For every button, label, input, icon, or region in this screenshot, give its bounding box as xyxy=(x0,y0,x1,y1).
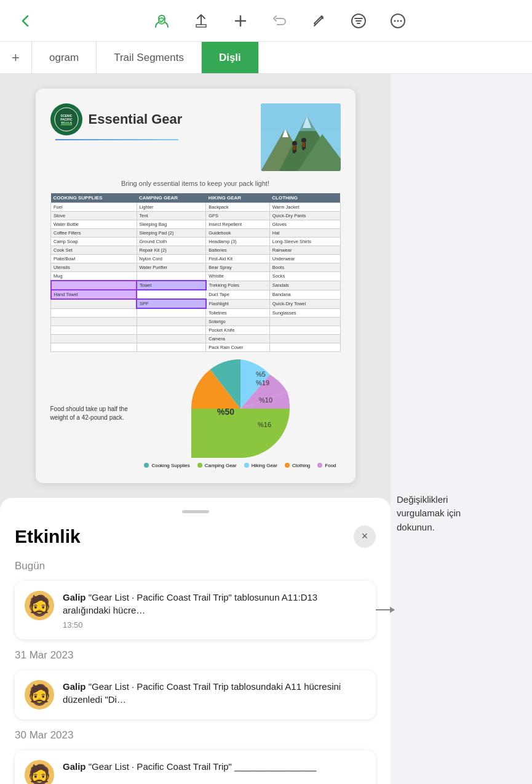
collaborate-button[interactable] xyxy=(148,7,175,34)
table-cell: Water Bottle xyxy=(51,220,137,229)
svg-rect-27 xyxy=(302,142,305,147)
table-cell: Water Purifier xyxy=(137,263,206,272)
toolbar xyxy=(0,0,532,42)
legend-food: Food xyxy=(317,463,336,468)
table-cell xyxy=(137,290,206,299)
table-cell xyxy=(51,308,137,317)
table-cell: Pocket Knife xyxy=(206,326,269,334)
header-photo xyxy=(261,103,341,171)
table-cell: Cook Set xyxy=(51,246,137,255)
drag-handle[interactable] xyxy=(182,510,209,513)
avatar-1: 🧔 xyxy=(25,591,54,620)
table-cell: Stove xyxy=(51,212,137,220)
legend-cooking-dot xyxy=(144,463,149,468)
section-date-2-label: 30 Mar 2023 xyxy=(15,729,376,742)
spreadsheet-title: Essential Gear xyxy=(89,111,183,127)
activity-text-2: Galip "Gear List · Pacific Coast Trail T… xyxy=(63,680,366,706)
table-cell: Utensils xyxy=(51,263,137,272)
table-cell: Sunglasses xyxy=(269,308,340,317)
spreadsheet-subtitle: Bring only essential items to keep your … xyxy=(50,180,341,187)
table-cell xyxy=(137,317,206,326)
table-cell: Warm Jacket xyxy=(269,203,340,212)
card-header: SCENIC PACIFIC TRAILS Essential Gear xyxy=(50,103,341,171)
filter-button[interactable] xyxy=(345,7,372,34)
activity-item-2[interactable]: 🧔 Galip "Gear List · Pacific Coast Trail… xyxy=(15,670,376,719)
table-row: Solarigo xyxy=(51,317,341,326)
pen-tool-button[interactable] xyxy=(306,7,333,34)
table-row: Plate/BowlNylon CordFirst-Aid KitUnderwe… xyxy=(51,255,341,263)
table-cell: Flashlight xyxy=(206,299,269,308)
table-cell: Solarigo xyxy=(206,317,269,326)
table-cell: Duct Tape xyxy=(206,290,269,299)
table-row: MugWhistleSocks xyxy=(51,272,341,281)
table-cell: Trekking Poles xyxy=(206,281,269,290)
table-cell: Quick-Dry Pants xyxy=(269,212,340,220)
table-cell: Mug xyxy=(51,272,137,281)
table-row: Cook SetRepair Kit (2)BatteriesRainwear xyxy=(51,246,341,255)
table-cell: Sandals xyxy=(269,281,340,290)
section-today-label: Bugün xyxy=(15,560,376,572)
share-button[interactable] xyxy=(188,7,215,34)
table-cell: Sleeping Pad (2) xyxy=(137,229,206,238)
table-row: Camp SoapGround ClothHeadlamp (3)Long-Sl… xyxy=(51,238,341,246)
table-cell xyxy=(137,326,206,334)
table-cell: Pack Rain Cover xyxy=(206,343,269,351)
table-cell: Camp Soap xyxy=(51,238,137,246)
table-cell: Headlamp (3) xyxy=(206,238,269,246)
activity-item-1[interactable]: 🧔 Galip "Gear List · Pacific Coast Trail… xyxy=(15,581,376,639)
more-button[interactable] xyxy=(384,7,411,34)
table-cell: Quick-Dry Towel xyxy=(269,299,340,308)
table-cell: Gloves xyxy=(269,220,340,229)
table-cell xyxy=(137,272,206,281)
tab-disli[interactable]: Dişli xyxy=(202,42,259,73)
table-cell: Insect Repellent xyxy=(206,220,269,229)
table-cell xyxy=(269,317,340,326)
activity-item-3[interactable]: 🧔 Galip "Gear List · Pacific Coast Trail… xyxy=(15,750,376,785)
table-cell: Rainwear xyxy=(269,246,340,255)
table-cell xyxy=(51,299,137,308)
table-cell: Long-Sleeve Shirts xyxy=(269,238,340,246)
table-cell: Lighter xyxy=(137,203,206,212)
table-cell xyxy=(137,334,206,343)
table-row: Hand TowelDuct TapeBandana xyxy=(51,290,341,299)
legend-hiking-dot xyxy=(244,463,249,468)
table-cell xyxy=(51,343,137,351)
svg-text:%5: %5 xyxy=(256,370,266,378)
activity-time-1: 13:50 xyxy=(63,620,366,630)
add-button[interactable] xyxy=(227,7,254,34)
svg-rect-26 xyxy=(293,145,296,150)
svg-text:%16: %16 xyxy=(258,421,271,428)
tab-add-button[interactable]: + xyxy=(0,42,32,73)
table-cell: Backpack xyxy=(206,203,269,212)
table-cell: First-Aid Kit xyxy=(206,255,269,263)
activity-panel: Etkinlik × Bugün 🧔 Galip "Gear xyxy=(0,498,391,785)
table-cell: Whistle xyxy=(206,272,269,281)
table-row: FuelLighterBackpackWarm Jacket xyxy=(51,203,341,212)
col-hiking: HIKING GEAR xyxy=(206,193,269,203)
table-row: Pocket Knife xyxy=(51,326,341,334)
table-cell: Bandana xyxy=(269,290,340,299)
activity-content-1: Galip "Gear List · Pacific Coast Trail T… xyxy=(63,591,366,630)
back-button[interactable] xyxy=(12,7,39,34)
activity-title: Etkinlik xyxy=(15,526,81,547)
col-clothing: CLOTHING xyxy=(269,193,340,203)
svg-text:%10: %10 xyxy=(259,396,272,404)
activity-text-3: Galip "Gear List · Pacific Coast Trail T… xyxy=(63,760,366,773)
table-cell: Hand Towel xyxy=(51,290,137,299)
table-cell: Coffee Filters xyxy=(51,229,137,238)
legend-clothing-dot xyxy=(285,463,290,468)
svg-point-18 xyxy=(292,141,297,146)
table-cell: Ground Cloth xyxy=(137,238,206,246)
table-cell xyxy=(269,326,340,334)
table-cell: Fuel xyxy=(51,203,137,212)
tab-trail-segments[interactable]: Trail Segments xyxy=(97,42,202,73)
svg-text:%19: %19 xyxy=(256,379,269,386)
logo-icon: SCENIC PACIFIC TRAILS xyxy=(50,103,82,135)
undo-button[interactable] xyxy=(266,7,293,34)
table-cell: Hat xyxy=(269,229,340,238)
table-cell xyxy=(137,308,206,317)
tab-program[interactable]: ogram xyxy=(32,42,97,73)
table-cell: Camera xyxy=(206,334,269,343)
close-activity-button[interactable]: × xyxy=(354,526,376,548)
table-row: UtensilsWater PurifierBear SprayBoots xyxy=(51,263,341,272)
